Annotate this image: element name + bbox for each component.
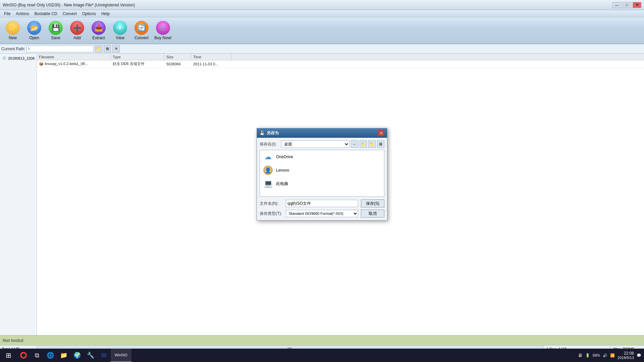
lenovo-icon: 👤 bbox=[263, 166, 273, 175]
filetype-select[interactable]: Standard ISO9660 Format(*.ISO) bbox=[286, 210, 358, 217]
network-icon[interactable]: 📶 bbox=[610, 353, 615, 358]
new-folder-button[interactable]: 📁 bbox=[368, 140, 376, 148]
filename-input[interactable] bbox=[286, 200, 358, 207]
list-item[interactable]: 👤 Lenovo bbox=[260, 164, 384, 177]
onedrive-label: OneDrive bbox=[276, 155, 293, 159]
taskbar-word[interactable]: W bbox=[97, 349, 111, 362]
list-item[interactable]: 💻 此电脑 bbox=[260, 177, 384, 190]
dialog-bottom-fields: 文件名(N): 保存(S) 保存类型(T): Standard ISO9660 … bbox=[260, 199, 384, 218]
dialog-title-text: 💾 另存为 bbox=[260, 130, 279, 136]
filename-label: 文件名(N): bbox=[260, 201, 283, 206]
taskbar: ⊞ ⭕ ⧉ 🌐 📁 🌍 🔧 W WinISO 🖥 🔋 68% 🔊 📶 22:08… bbox=[0, 349, 644, 362]
save-confirm-button[interactable]: 保存(S) bbox=[361, 199, 384, 207]
dialog-body: 保存在(I): 桌面 ← 📁 📁 ⊞ ☁ OneDrive 👤 Lenovo bbox=[257, 138, 387, 220]
view-options-button[interactable]: ⊞ bbox=[377, 140, 384, 148]
location-select[interactable]: 桌面 bbox=[281, 140, 350, 148]
taskbar-edge[interactable]: 🌐 bbox=[44, 349, 57, 362]
dialog-overlay: 💾 另存为 ✕ 保存在(I): 桌面 ← 📁 📁 ⊞ ☁ bbox=[0, 0, 644, 349]
battery-level: 68% bbox=[593, 353, 600, 357]
thispc-icon: 💻 bbox=[263, 179, 273, 188]
notification-button[interactable]: 💬 bbox=[637, 353, 641, 358]
lenovo-label: Lenovo bbox=[276, 168, 289, 173]
start-button[interactable]: ⊞ bbox=[0, 349, 17, 362]
list-item[interactable]: ☁ OneDrive bbox=[260, 150, 384, 164]
start-icon: ⊞ bbox=[6, 351, 11, 359]
filename-row: 文件名(N): 保存(S) bbox=[260, 199, 384, 207]
taskbar-show-desktop[interactable]: 🖥 bbox=[578, 353, 583, 358]
clock-date: 2018/9/13 bbox=[618, 356, 634, 360]
filetype-row: 保存类型(T): Standard ISO9660 Format(*.ISO) … bbox=[260, 209, 384, 218]
taskbar-ie[interactable]: 🌍 bbox=[70, 349, 84, 362]
dialog-toolbar: 保存在(I): 桌面 ← 📁 📁 ⊞ bbox=[260, 140, 384, 148]
onedrive-icon: ☁ bbox=[263, 152, 273, 162]
clock: 22:08 2018/9/13 bbox=[618, 351, 634, 360]
taskbar-app1[interactable]: 🔧 bbox=[84, 349, 97, 362]
thispc-label: 此电脑 bbox=[276, 181, 288, 187]
taskbar-task-view[interactable]: ⧉ bbox=[30, 349, 44, 362]
battery-icon: 🔋 bbox=[585, 353, 590, 358]
dialog-titlebar: 💾 另存为 ✕ bbox=[257, 128, 387, 138]
cancel-button[interactable]: 取消 bbox=[361, 209, 384, 218]
clock-time: 22:08 bbox=[618, 351, 634, 356]
taskbar-right: 🖥 🔋 68% 🔊 📶 22:08 2018/9/13 💬 bbox=[575, 351, 644, 360]
save-location-label: 保存在(I): bbox=[260, 141, 280, 147]
dialog-close-button[interactable]: ✕ bbox=[378, 130, 384, 136]
nav-back-button[interactable]: ← bbox=[351, 140, 358, 148]
save-as-dialog: 💾 另存为 ✕ 保存在(I): 桌面 ← 📁 📁 ⊞ ☁ bbox=[257, 128, 387, 221]
taskbar-cortana[interactable]: ⭕ bbox=[17, 349, 30, 362]
filetype-label: 保存类型(T): bbox=[260, 211, 283, 217]
nav-up-button[interactable]: 📁 bbox=[360, 140, 367, 148]
volume-icon[interactable]: 🔊 bbox=[603, 353, 607, 358]
taskbar-explorer[interactable]: 📁 bbox=[57, 349, 70, 362]
dialog-title-icon: 💾 bbox=[260, 131, 265, 135]
file-browser[interactable]: ☁ OneDrive 👤 Lenovo 💻 此电脑 bbox=[260, 150, 384, 197]
taskbar-winiso[interactable]: WinISO bbox=[111, 349, 131, 362]
